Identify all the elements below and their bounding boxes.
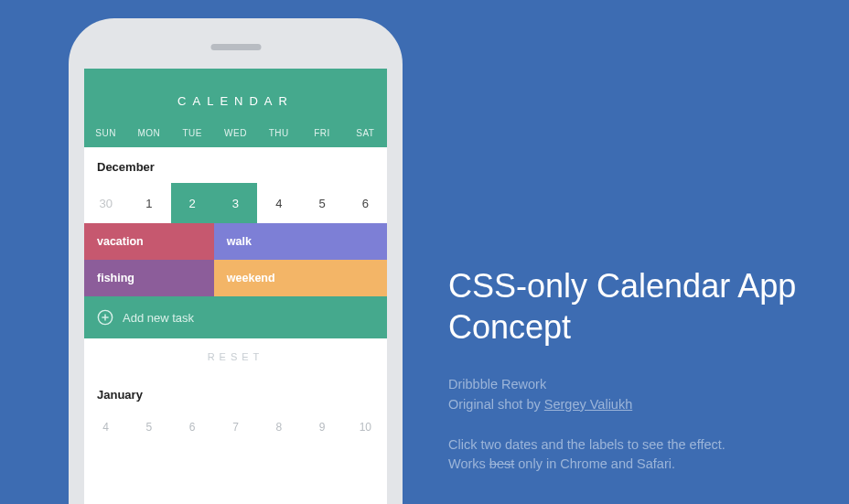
month-label-december: December: [84, 147, 387, 183]
phone-frame: CALENDAR SUN MON TUE WED THU FRI SAT Dec…: [69, 18, 403, 504]
page-title: CSS-only Calendar App Concept: [448, 265, 842, 348]
hint-line-1: Click two dates and the labels to see th…: [448, 435, 842, 456]
plus-circle-icon: [97, 309, 113, 326]
meta-line-1: Dribbble Rework: [448, 375, 842, 395]
day-cell[interactable]: 4: [84, 411, 127, 444]
task-row-2: fishing weekend: [84, 260, 387, 296]
meta-block: Dribbble Rework Original shot by Sergey …: [448, 375, 842, 415]
day-cell[interactable]: 1: [127, 183, 170, 223]
day-cell[interactable]: 8: [257, 411, 300, 444]
add-task-button[interactable]: Add new task: [84, 296, 387, 338]
phone-screen: CALENDAR SUN MON TUE WED THU FRI SAT Dec…: [84, 69, 387, 504]
weekday-sun: SUN: [84, 128, 127, 138]
hint-2a: Works: [448, 456, 489, 471]
weekday-thu: THU: [257, 128, 300, 138]
day-cell[interactable]: 30: [84, 183, 127, 223]
day-cell[interactable]: 4: [257, 183, 300, 223]
reset-button[interactable]: RESET: [84, 338, 387, 375]
day-cell[interactable]: 9: [300, 411, 343, 444]
day-cell[interactable]: 5: [127, 411, 170, 444]
add-task-label: Add new task: [123, 311, 194, 325]
day-cell[interactable]: 6: [171, 411, 214, 444]
hint-strike: best: [489, 456, 514, 471]
day-cell[interactable]: 6: [344, 183, 387, 223]
day-cell[interactable]: 7: [214, 411, 257, 444]
task-walk[interactable]: walk: [214, 223, 387, 260]
weekday-row: SUN MON TUE WED THU FRI SAT: [84, 128, 387, 138]
task-row-1: vacation walk: [84, 223, 387, 260]
hint-2b: only in Chrome and Safari.: [514, 456, 675, 471]
hint-block: Click two dates and the labels to see th…: [448, 435, 842, 476]
day-cell[interactable]: 5: [300, 183, 343, 223]
january-week-1: 4 5 6 7 8 9 10: [84, 411, 387, 447]
author-link[interactable]: Sergey Valiukh: [544, 397, 632, 412]
december-week-1: 30 1 2 3 4 5 6: [84, 183, 387, 223]
calendar-header: CALENDAR SUN MON TUE WED THU FRI SAT: [84, 69, 387, 147]
calendar-title: CALENDAR: [84, 94, 387, 108]
weekday-sat: SAT: [344, 128, 387, 138]
hint-line-2: Works best only in Chrome and Safari.: [448, 455, 842, 475]
weekday-tue: TUE: [171, 128, 214, 138]
task-vacation[interactable]: vacation: [84, 223, 214, 260]
weekday-wed: WED: [214, 128, 257, 138]
weekday-mon: MON: [127, 128, 170, 138]
task-weekend[interactable]: weekend: [214, 260, 387, 296]
day-cell-selected[interactable]: 3: [214, 183, 257, 223]
day-cell-selected[interactable]: 2: [171, 183, 214, 223]
weekday-fri: FRI: [300, 128, 343, 138]
description-panel: CSS-only Calendar App Concept Dribbble R…: [448, 265, 842, 475]
meta-line-2: Original shot by Sergey Valiukh: [448, 395, 842, 415]
meta-prefix: Original shot by: [448, 397, 544, 412]
month-label-january: January: [84, 375, 387, 411]
day-cell[interactable]: 10: [344, 411, 387, 444]
task-fishing[interactable]: fishing: [84, 260, 214, 296]
phone-speaker: [210, 44, 261, 50]
